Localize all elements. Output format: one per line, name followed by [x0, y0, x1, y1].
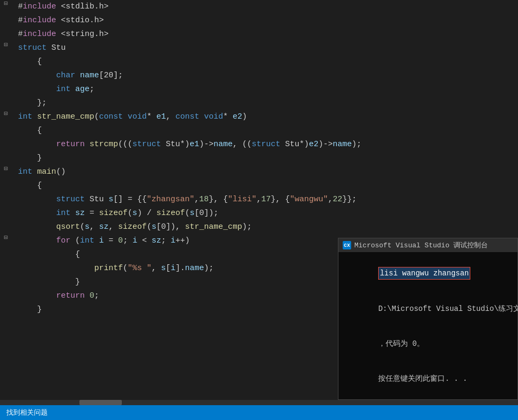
console-body: lisi wangwu zhangsan D:\Microsoft Visual…: [338, 252, 517, 399]
token-fn-name: sizeof: [118, 222, 147, 231]
token-plain: (: [128, 209, 132, 218]
token-plain: (((: [118, 140, 132, 149]
token-var-name: e1: [190, 140, 199, 149]
code-line-17: qsort(s, sz, sizeof(s[0]), str_name_cmp)…: [0, 220, 518, 234]
line-content: {: [18, 55, 518, 69]
token-fn-name: str_name_cmp: [37, 112, 94, 121]
token-var-name: sz: [151, 236, 161, 245]
scrollbar-thumb[interactable]: [79, 400, 122, 405]
line-gutter: ⊟: [2, 165, 18, 173]
indent-space: [18, 71, 56, 80]
token-str-val: "wangwu": [290, 195, 328, 204]
token-fn-name: sizeof: [156, 209, 185, 218]
token-kw-include: include: [23, 30, 56, 39]
indent-space: [18, 291, 56, 300]
token-kw-type: int: [56, 209, 70, 218]
line-gutter: ⊟: [2, 0, 18, 7]
collapse-icon[interactable]: ⊟: [2, 165, 10, 173]
token-kw-type: void: [204, 112, 223, 121]
token-kw-include: include: [23, 2, 56, 11]
line-content: };: [18, 96, 518, 110]
line-content: qsort(s, sz, sizeof(s[0]), str_name_cmp)…: [18, 220, 518, 234]
token-var-name: s: [161, 264, 166, 273]
console-title-text: Microsoft Visual Studio 调试控制台: [354, 240, 488, 250]
collapse-icon[interactable]: ⊟: [2, 41, 10, 49]
token-plain: <string.h>: [56, 30, 109, 39]
line-content: struct Stu s[] = {{"zhangsan",18}, {"lis…: [18, 193, 518, 207]
code-line-6: char name[20];: [0, 69, 518, 83]
line-content: {: [18, 124, 518, 138]
token-kw-struct: struct: [132, 140, 161, 149]
line-content: return strcmp(((struct Stu*)e1)->name, (…: [18, 138, 518, 151]
line-gutter: ⊟: [2, 234, 18, 242]
token-plain: )->: [199, 140, 213, 149]
horizontal-scrollbar[interactable]: [0, 400, 518, 405]
token-var-name: i: [99, 236, 104, 245]
code-line-13: ⊟int main(): [0, 165, 518, 179]
token-plain: ++): [175, 236, 190, 245]
line-content: int main(): [18, 165, 518, 179]
code-line-16: int sz = sizeof(s) / sizeof(s[0]);: [0, 207, 518, 220]
token-plain: ,: [328, 195, 333, 204]
token-var-name: sz: [99, 222, 109, 231]
token-plain: , ((: [233, 140, 252, 149]
line-content: int sz = sizeof(s) / sizeof(s[0]);: [18, 207, 518, 220]
token-plain: }};: [342, 195, 356, 204]
token-kw-return: return: [56, 291, 85, 300]
console-output-close-text: 按任意键关闭此窗口. . .: [378, 374, 467, 383]
token-kw-type: int: [56, 85, 70, 94]
line-content: struct Stu: [18, 41, 518, 55]
token-member: name: [213, 140, 233, 149]
token-plain: [199, 112, 204, 121]
token-plain: [] = {{: [113, 195, 147, 204]
token-plain: );: [204, 264, 213, 273]
indent-space: [18, 250, 75, 259]
line-content: int str_name_cmp(const void* e1, const v…: [18, 110, 518, 124]
token-plain: [32, 112, 37, 121]
code-line-7: int age;: [0, 83, 518, 96]
indent-space: [18, 222, 56, 231]
token-plain: [85, 140, 90, 149]
code-line-3: #include <string.h>: [0, 28, 518, 41]
token-num-val: 0: [90, 291, 94, 300]
token-fn-name: strcmp: [90, 140, 118, 149]
line-gutter: ⊟: [2, 110, 18, 118]
line-content: char name[20];: [18, 69, 518, 83]
code-line-5: {: [0, 55, 518, 69]
token-plain: }: [37, 305, 42, 314]
console-output-path-text: D:\Microsoft Visual Studio\练习文件: [378, 305, 518, 313]
token-plain: [75, 71, 80, 80]
token-plain: ,: [90, 222, 99, 231]
indent-space: [18, 209, 56, 218]
token-kw-type: int: [80, 236, 94, 245]
token-plain: )->: [318, 140, 333, 149]
token-plain: [0]),: [156, 222, 185, 231]
token-plain: );: [352, 140, 361, 149]
token-plain: [123, 112, 128, 121]
code-line-9: ⊟int str_name_cmp(const void* e1, const …: [0, 110, 518, 124]
token-plain: [32, 167, 37, 176]
token-plain: (: [123, 264, 128, 273]
token-plain: (: [80, 222, 85, 231]
token-plain: }: [37, 154, 42, 163]
collapse-icon[interactable]: ⊟: [2, 0, 10, 7]
indent-space: [18, 305, 37, 314]
indent-space: [18, 85, 56, 94]
line-gutter: ⊟: [2, 41, 18, 49]
indent-space: [18, 195, 56, 204]
console-title-bar: cx Microsoft Visual Studio 调试控制台: [338, 238, 517, 252]
token-op: #: [18, 2, 23, 11]
token-plain: );: [242, 222, 252, 231]
line-content: #include <stdio.h>: [18, 14, 518, 28]
console-output-close-line: 按任意键关闭此窗口. . .: [343, 361, 513, 396]
token-plain: (: [147, 222, 151, 231]
code-line-12: }: [0, 151, 518, 165]
status-bar: 找到相关问题: [0, 405, 518, 420]
collapse-icon[interactable]: ⊟: [2, 110, 10, 118]
collapse-icon[interactable]: ⊟: [2, 234, 10, 242]
token-plain: }, {: [209, 195, 228, 204]
code-editor: ⊟#include <stdlib.h>#include <stdio.h>#i…: [0, 0, 518, 420]
token-kw-type: const: [175, 112, 199, 121]
token-plain: ,: [151, 264, 161, 273]
token-plain: ) /: [137, 209, 156, 218]
